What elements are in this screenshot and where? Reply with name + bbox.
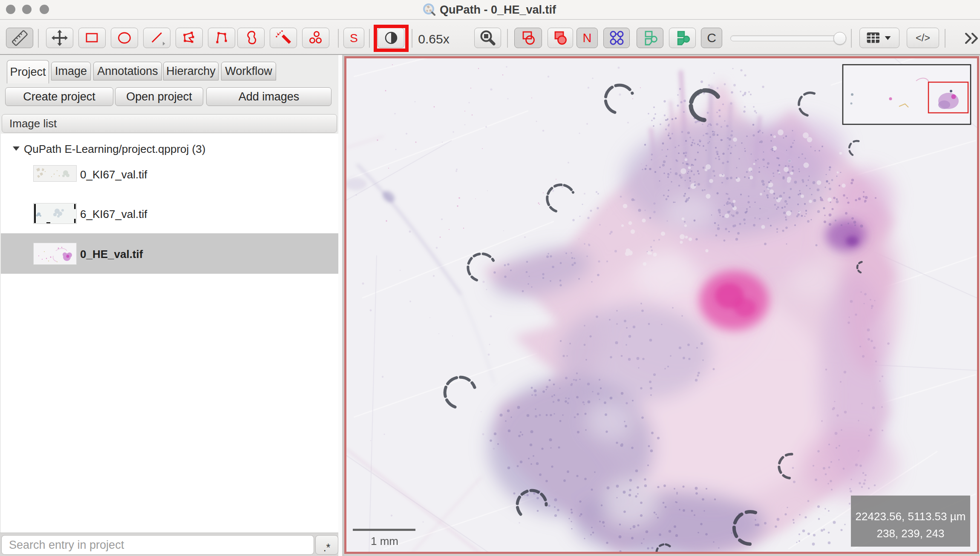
svg-text:238, 239, 243: 238, 239, 243 [876,527,944,540]
svg-text:22423.56, 5113.53 µm: 22423.56, 5113.53 µm [856,510,966,523]
svg-text:</>: </> [916,32,930,43]
svg-text:N: N [583,31,592,45]
svg-text:C: C [707,31,716,45]
svg-text:S: S [350,31,358,45]
svg-text:1 mm: 1 mm [371,535,398,547]
